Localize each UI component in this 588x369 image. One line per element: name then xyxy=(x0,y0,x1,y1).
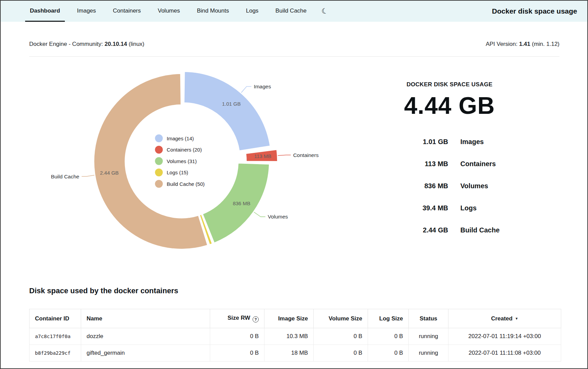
cell-volume-size: 0 B xyxy=(314,345,368,362)
api-version: 1.41 xyxy=(519,41,530,47)
table-header-row: Container ID Name Size RW? Image Size Vo… xyxy=(30,309,561,328)
usage-item-logs: 39.4 MB Logs xyxy=(371,197,528,219)
legend-swatch-volumes[interactable] xyxy=(155,157,163,165)
theme-toggle-button[interactable]: ☾ xyxy=(319,1,331,22)
usage-summary-title: DOCKER DISK SPACE USAGE xyxy=(371,81,528,88)
nav-tabs: Dashboard Images Containers Volumes Bind… xyxy=(25,1,331,22)
tab-build-cache[interactable]: Build Cache xyxy=(271,1,311,22)
tab-label: Dashboard xyxy=(30,7,60,14)
cell-log-size: 0 B xyxy=(368,328,409,345)
donut-value-label-containers: 113 MB xyxy=(254,153,272,159)
cell-container-id: a7c8c17f0f0a xyxy=(30,328,81,345)
engine-label: Docker Engine - Community: xyxy=(29,41,103,47)
sort-desc-icon: ▼ xyxy=(515,317,518,320)
containers-table: Container ID Name Size RW? Image Size Vo… xyxy=(29,309,561,362)
moon-icon: ☾ xyxy=(321,7,329,16)
usage-item-images: 1.01 GB Images xyxy=(371,131,528,153)
usage-value: 113 MB xyxy=(378,160,448,168)
donut-value-label-volumes: 836 MB xyxy=(233,200,251,206)
tab-logs[interactable]: Logs xyxy=(241,1,263,22)
engine-info-row: Docker Engine - Community: 20.10.14 (lin… xyxy=(29,41,559,48)
legend-swatch-images[interactable] xyxy=(155,135,163,142)
col-header-name[interactable]: Name xyxy=(81,309,210,328)
col-header-log-size[interactable]: Log Size xyxy=(368,309,409,328)
col-header-label: Log Size xyxy=(379,315,403,322)
app-title: Docker disk space usage xyxy=(492,7,577,15)
cell-volume-size: 0 B xyxy=(314,328,368,345)
tab-images[interactable]: Images xyxy=(72,1,101,22)
col-header-label: Volume Size xyxy=(329,315,362,322)
col-header-image-size[interactable]: Image Size xyxy=(264,309,314,328)
cell-status: running xyxy=(409,328,448,345)
help-icon[interactable]: ? xyxy=(253,316,259,322)
tab-volumes[interactable]: Volumes xyxy=(153,1,185,22)
col-header-label: Created xyxy=(491,315,512,322)
top-nav: Dashboard Images Containers Volumes Bind… xyxy=(1,1,587,22)
tab-label: Volumes xyxy=(158,7,180,14)
cell-status: running xyxy=(409,345,448,362)
engine-platform: (linux) xyxy=(129,41,144,47)
cell-log-size: 0 B xyxy=(368,345,409,362)
usage-label: Logs xyxy=(448,204,521,212)
col-header-label: Container ID xyxy=(35,315,69,322)
cell-size-rw: 0 B xyxy=(210,328,264,345)
containers-table-heading: Disk space used by the docker containers xyxy=(29,286,559,295)
donut-callout-line-containers xyxy=(278,155,291,155)
tab-label: Build Cache xyxy=(275,7,307,14)
legend-swatch-containers[interactable] xyxy=(155,146,163,154)
col-header-label: Status xyxy=(420,315,437,322)
usage-label: Volumes xyxy=(448,182,521,190)
col-header-label: Name xyxy=(87,315,102,322)
usage-value: 1.01 GB xyxy=(378,138,448,146)
tab-containers[interactable]: Containers xyxy=(108,1,146,22)
cell-name: dozzle xyxy=(81,328,210,345)
legend-swatch-build-cache[interactable] xyxy=(155,180,163,188)
col-header-status[interactable]: Status xyxy=(409,309,448,328)
col-header-created[interactable]: Created▼ xyxy=(448,309,561,328)
col-header-size-rw[interactable]: Size RW? xyxy=(210,309,264,328)
dashboard-section: 1.01 GBImages113 MBContainers836 MBVolum… xyxy=(1,57,587,281)
usage-item-build-cache: 2.44 GB Build Cache xyxy=(371,219,528,241)
table-row[interactable]: a7c8c17f0f0a dozzle 0 B 10.3 MB 0 B 0 B … xyxy=(30,328,561,345)
api-min-version: (min. 1.12) xyxy=(532,41,559,47)
donut-callout-label-containers: Containers xyxy=(293,152,318,158)
cell-image-size: 18 MB xyxy=(264,345,314,362)
engine-version: 20.10.14 xyxy=(105,41,127,47)
cell-created: 2022-07-01 11:19:14 +03:00 xyxy=(448,328,561,345)
tab-label: Images xyxy=(77,7,96,14)
docker-disk-usage-page: Dashboard Images Containers Volumes Bind… xyxy=(0,0,588,369)
legend-label-build-cache: Build Cache (50) xyxy=(167,181,205,187)
legend-swatch-logs[interactable] xyxy=(155,169,163,176)
donut-value-label-images: 1.01 GB xyxy=(222,101,241,107)
col-header-volume-size[interactable]: Volume Size xyxy=(314,309,368,328)
cell-container-id: b8f29ba229cf xyxy=(30,345,81,362)
legend-label-volumes: Volumes (31) xyxy=(167,158,197,164)
usage-summary-panel: DOCKER DISK SPACE USAGE 4.44 GB 1.01 GB … xyxy=(371,81,528,241)
donut-callout-line-images xyxy=(241,86,252,92)
tab-dashboard[interactable]: Dashboard xyxy=(25,1,65,22)
legend-label-logs: Logs (15) xyxy=(167,170,188,175)
engine-info: Docker Engine - Community: 20.10.14 (lin… xyxy=(29,41,144,48)
donut-value-label-build-cache: 2.44 GB xyxy=(100,170,119,176)
api-label: API Version: xyxy=(486,41,518,47)
donut-callout-line-build-cache xyxy=(81,175,94,176)
usage-item-volumes: 836 MB Volumes xyxy=(371,175,528,197)
col-header-label: Image Size xyxy=(278,315,308,322)
tab-label: Logs xyxy=(246,7,258,14)
usage-label: Build Cache xyxy=(448,226,521,234)
usage-value: 836 MB xyxy=(378,182,448,190)
tab-bind-mounts[interactable]: Bind Mounts xyxy=(192,1,234,22)
usage-value: 39.4 MB xyxy=(378,204,448,212)
cell-image-size: 10.3 MB xyxy=(264,328,314,345)
table-row[interactable]: b8f29ba229cf gifted_germain 0 B 18 MB 0 … xyxy=(30,345,561,362)
donut-callout-line-volumes xyxy=(254,212,265,217)
tab-label: Bind Mounts xyxy=(197,7,229,14)
disk-usage-donut-chart: 1.01 GBImages113 MBContainers836 MBVolum… xyxy=(1,57,344,267)
donut-callout-label-build-cache: Build Cache xyxy=(51,174,79,179)
cell-size-rw: 0 B xyxy=(210,345,264,362)
tab-label: Containers xyxy=(113,7,141,14)
usage-item-containers: 113 MB Containers xyxy=(371,153,528,175)
cell-name: gifted_germain xyxy=(81,345,210,362)
cell-created: 2022-07-01 11:11:08 +03:00 xyxy=(448,345,561,362)
col-header-container-id[interactable]: Container ID xyxy=(30,309,81,328)
